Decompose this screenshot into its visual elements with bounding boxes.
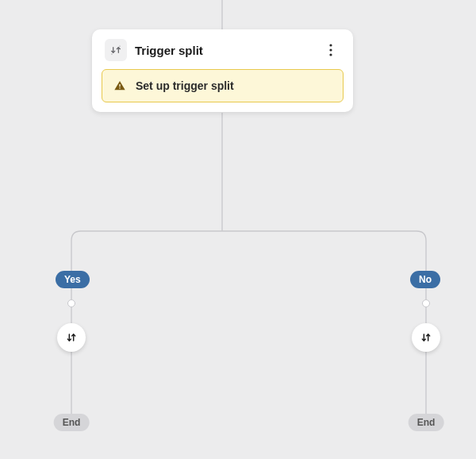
- add-step-button-yes[interactable]: [57, 323, 86, 352]
- trigger-split-node[interactable]: Trigger split Set up trigger split: [92, 29, 353, 112]
- end-badge-no-text: End: [417, 418, 436, 427]
- svg-point-9: [111, 53, 112, 54]
- branch-label-no: No: [410, 271, 440, 288]
- branch-connector-dot-yes: [67, 299, 75, 307]
- branch-connector-dot-no: [422, 299, 430, 307]
- split-arrows-icon: [420, 331, 432, 344]
- warning-message: Set up trigger split: [136, 79, 234, 92]
- trigger-split-icon: [105, 39, 127, 61]
- svg-rect-14: [119, 87, 120, 88]
- svg-point-8: [119, 45, 120, 46]
- svg-rect-13: [119, 84, 120, 87]
- end-badge-yes-text: End: [63, 418, 81, 427]
- svg-point-12: [329, 53, 332, 56]
- branch-label-no-text: No: [419, 275, 432, 284]
- node-title: Trigger split: [135, 44, 313, 57]
- warning-icon: [113, 79, 126, 92]
- end-badge-yes: End: [54, 414, 90, 431]
- node-header: Trigger split: [102, 39, 344, 69]
- branch-label-yes: Yes: [56, 271, 90, 288]
- add-step-button-no[interactable]: [412, 323, 440, 352]
- svg-point-10: [329, 44, 332, 46]
- split-arrows-icon: [65, 331, 78, 344]
- node-menu-button[interactable]: [321, 40, 340, 60]
- svg-point-11: [329, 48, 332, 51]
- setup-warning-banner[interactable]: Set up trigger split: [102, 69, 344, 102]
- end-badge-no: End: [409, 414, 444, 431]
- kebab-icon: [329, 44, 332, 56]
- branch-label-yes-text: Yes: [64, 275, 81, 284]
